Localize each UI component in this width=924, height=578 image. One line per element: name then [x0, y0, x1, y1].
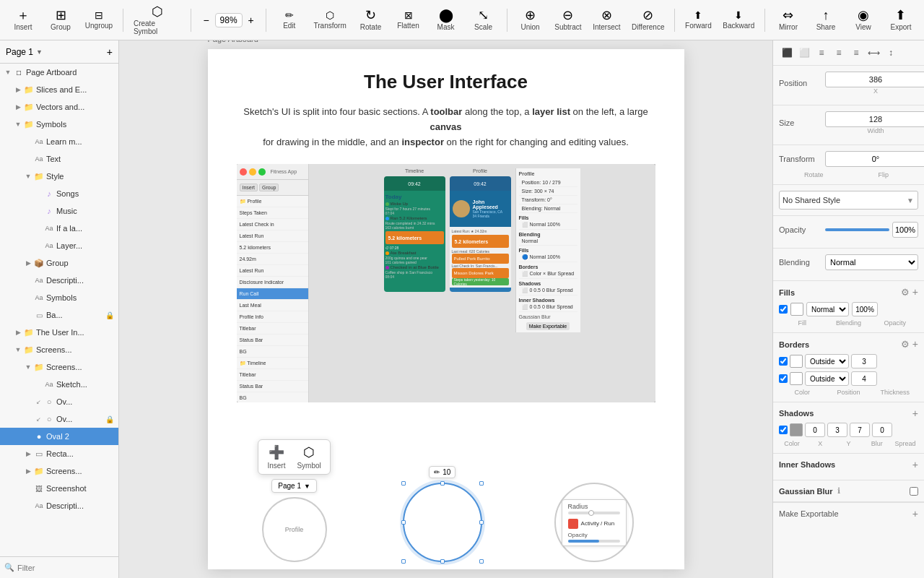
border-position-select-2[interactable]: Outside	[805, 371, 849, 386]
mirror-button[interactable]: ⇔ Mirror	[771, 3, 806, 38]
union-button[interactable]: ⊕ Union	[513, 3, 547, 38]
page-selector[interactable]: Page 1 ▼ +	[0, 40, 118, 64]
blending-select[interactable]: Normal	[825, 254, 918, 270]
shadow-checkbox-1[interactable]	[779, 426, 788, 434]
align-left-button[interactable]: ⬛	[779, 45, 795, 61]
layer-screens-2[interactable]: ▼ 📁 Screens...	[0, 358, 118, 376]
insert-popup-label: Insert	[267, 462, 285, 470]
edit-button[interactable]: ✏ Edit	[272, 3, 307, 38]
distribute-v-button[interactable]: ↕	[883, 45, 899, 61]
align-center-v-button[interactable]: ≡	[848, 45, 864, 61]
distribute-h-button[interactable]: ⟷	[866, 45, 881, 61]
layer-screens-3[interactable]: ▶ 📁 Screens...	[0, 462, 118, 480]
layer-rect[interactable]: ▶ ▭ Recta...	[0, 445, 118, 462]
layer-ba[interactable]: ▭ Ba... 🔒	[0, 306, 118, 324]
flatten-button[interactable]: ⊠ Flatten	[391, 3, 426, 38]
layer-desc[interactable]: Aa Descripti...	[0, 272, 118, 289]
layer-symbols-text[interactable]: Aa Symbols	[0, 289, 118, 306]
layer-screens-1[interactable]: ▼ 📁 Screens...	[0, 341, 118, 358]
borders-add-button[interactable]: +	[912, 339, 918, 350]
align-center-h-button[interactable]: ⬜	[796, 45, 812, 61]
fills-settings-icon[interactable]: ⚙	[901, 287, 910, 298]
layer-oval-2[interactable]: ● Oval 2	[0, 428, 118, 445]
layer-desc-2[interactable]: Aa Descripti...	[0, 497, 118, 514]
intersect-button[interactable]: ⊗ Intersect	[588, 3, 624, 38]
layer-music[interactable]: ♪ Music	[0, 202, 118, 220]
artboard-item[interactable]: ▼ □ Page Artboard	[0, 64, 118, 81]
backward-button[interactable]: ⬇ Backward	[719, 3, 759, 38]
layer-sketch[interactable]: Aa Sketch...	[0, 376, 118, 393]
layer-user-interface[interactable]: ▶ 📁 The User In...	[0, 324, 118, 341]
size-width-input[interactable]	[825, 111, 924, 127]
layer-style[interactable]: ▼ 📁 Style	[0, 168, 118, 185]
forward-button[interactable]: ⬆ Forward	[681, 3, 715, 38]
align-top-button[interactable]: ≡	[831, 45, 847, 61]
rotate-button[interactable]: ↻ Rotate	[354, 3, 388, 38]
make-exportable-add-button[interactable]: +	[912, 509, 918, 519]
rotate-input[interactable]	[825, 151, 924, 167]
fill-opacity-input[interactable]	[852, 302, 878, 316]
layer-oval-2-locked[interactable]: ↙ ○ Ov... 🔒	[0, 410, 118, 428]
left-oval: Profile	[262, 497, 327, 562]
create-symbol-button[interactable]: ⬡ Create Symbol	[129, 3, 185, 38]
shadows-add-button[interactable]: +	[912, 408, 918, 418]
layer-vectors[interactable]: ▶ 📁 Vectors and...	[0, 98, 118, 116]
border-color-swatch-1[interactable]	[790, 355, 803, 368]
scale-button[interactable]: ⤡ Scale	[466, 3, 501, 38]
fill-blending-select[interactable]: Normal	[806, 302, 849, 316]
shadow-color-swatch[interactable]	[790, 423, 803, 436]
border-position-select-1[interactable]: Outside	[805, 354, 849, 368]
transform-button[interactable]: ⬡ Transform	[310, 3, 351, 38]
zoom-plus-button[interactable]: +	[245, 13, 257, 27]
fill-checkbox-1[interactable]	[779, 305, 788, 314]
canvas[interactable]: Page Artboard The User Interface Sketch'…	[119, 40, 772, 578]
gaussian-checkbox[interactable]	[910, 487, 918, 496]
ungroup-button[interactable]: ⊟ Ungroup	[81, 3, 117, 38]
search-input[interactable]	[17, 564, 117, 572]
difference-button[interactable]: ⊘ Difference	[627, 3, 668, 38]
shadow-x-input[interactable]	[805, 423, 825, 437]
layer-songs[interactable]: ♪ Songs	[0, 185, 118, 202]
layer-layer[interactable]: Aa Layer...	[0, 237, 118, 254]
group-button[interactable]: ⊞ Group	[43, 3, 78, 38]
border-thickness-input-1[interactable]	[851, 354, 877, 368]
subtract-button[interactable]: ⊖ Subtract	[550, 3, 585, 38]
position-x-input[interactable]	[825, 72, 924, 87]
border-checkbox-1[interactable]	[779, 357, 788, 366]
music-icon-2: ♪	[43, 207, 55, 215]
toolbar-separator	[123, 9, 123, 32]
shadow-blur-input[interactable]	[850, 423, 870, 437]
layer-oval-1[interactable]: ↙ ○ Ov...	[0, 393, 118, 410]
inner-shadows-add-button[interactable]: +	[912, 460, 918, 470]
layer-group[interactable]: ▶ 📦 Group	[0, 254, 118, 272]
layer-text[interactable]: Aa Text	[0, 150, 118, 168]
mask-button[interactable]: ⬤ Mask	[429, 3, 463, 38]
shadow-y-input[interactable]	[827, 423, 847, 437]
fills-add-button[interactable]: +	[912, 287, 918, 298]
export-button[interactable]: ⬆ Export	[884, 3, 918, 38]
layer-screenshot[interactable]: 🖼 Screenshot	[0, 480, 118, 497]
share-button[interactable]: ↑ Share	[808, 3, 843, 38]
border-checkbox-2[interactable]	[779, 374, 788, 383]
layer-symbols-folder[interactable]: ▼ 📁 Symbols	[0, 116, 118, 133]
border-color-swatch-2[interactable]	[790, 372, 803, 385]
view-button[interactable]: ◉ View	[846, 3, 881, 38]
layer-if-a[interactable]: Aa If a la...	[0, 220, 118, 237]
opacity-slider[interactable]	[825, 228, 889, 231]
opacity-value-input[interactable]	[892, 222, 918, 238]
layer-learn[interactable]: Aa Learn m...	[0, 133, 118, 150]
center-oval[interactable]	[403, 483, 482, 562]
fill-color-swatch-1[interactable]	[790, 303, 803, 316]
add-page-button[interactable]: +	[107, 46, 113, 58]
borders-settings-icon[interactable]: ⚙	[901, 339, 910, 350]
insert-button[interactable]: ＋ Insert	[6, 3, 40, 38]
y-sub: Y	[835, 440, 861, 447]
align-right-button[interactable]: ≡	[814, 45, 829, 61]
zoom-minus-button[interactable]: −	[200, 13, 212, 27]
layer-slices[interactable]: ▶ 📁 Slices and E...	[0, 81, 118, 98]
shadow-spread-input[interactable]	[872, 423, 892, 437]
article-title: The User Interface	[237, 71, 655, 93]
border-thickness-input-2[interactable]	[851, 371, 877, 386]
shared-style-select[interactable]: No Shared Style	[779, 191, 918, 210]
page-selector-popup-label: Page 1	[278, 482, 301, 490]
